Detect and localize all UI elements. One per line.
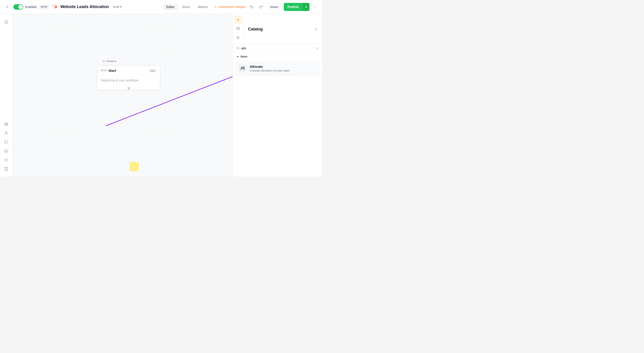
back-button[interactable]	[4, 3, 11, 11]
sidebar-top	[2, 18, 10, 26]
node-header: HTTP Start start	[98, 66, 160, 75]
sidebar-bottom	[2, 120, 10, 173]
topbar: Enabled HTTP Website Leads Allocation Dr…	[0, 0, 322, 14]
sidebar-item-home[interactable]	[2, 18, 10, 26]
draft-dropdown[interactable]: Draft ▾	[112, 4, 123, 10]
realtime-badge: Realtime	[99, 59, 120, 64]
topbar-actions: Share Publish ···	[248, 3, 318, 11]
svg-point-5	[7, 167, 8, 168]
node-http-badge: HTTP	[101, 69, 107, 72]
search-clear-button[interactable]: ×	[316, 46, 318, 50]
realtime-label: Realtime	[106, 60, 117, 63]
svg-point-7	[7, 170, 8, 170]
catalog-section-sales[interactable]: Sales	[233, 53, 322, 60]
svg-point-4	[5, 167, 6, 168]
tab-editor[interactable]: Editor	[163, 4, 178, 10]
sidebar-item-contacts[interactable]	[2, 129, 10, 137]
catalog-search-input[interactable]	[241, 47, 314, 50]
allocate-name: Allocate	[250, 65, 290, 69]
svg-rect-2	[5, 150, 8, 152]
catalog-title: Catalog	[248, 27, 263, 32]
catalog-layers-button[interactable]	[234, 25, 242, 33]
sidebar-item-workflows[interactable]	[2, 165, 10, 173]
allocate-description: Choose members of your team	[250, 69, 290, 72]
svg-point-6	[5, 170, 6, 170]
publish-button[interactable]: Publish	[284, 3, 310, 11]
node-tag: start	[148, 69, 157, 73]
sidebar-item-chat[interactable]	[2, 138, 10, 146]
main-layout: Realtime HTTP Start start Beginning of y…	[0, 14, 322, 177]
node-connector[interactable]	[128, 87, 130, 90]
warning-icon: ⚠	[214, 5, 217, 9]
enable-toggle[interactable]	[14, 4, 23, 10]
bottom-yellow-indicator	[130, 162, 139, 171]
catalog-item-allocate[interactable]: Allocate Choose members of your team	[234, 61, 320, 76]
toggle-label: Enabled	[25, 5, 36, 9]
publish-main[interactable]: Publish	[284, 3, 302, 11]
nav-tabs: Editor Runs Metrics	[163, 4, 212, 10]
more-options-button[interactable]: ···	[311, 3, 318, 11]
catalog-play-button[interactable]	[234, 34, 242, 42]
catalog-search-bar: ×	[233, 44, 322, 53]
chevron-down-icon: ▾	[120, 5, 122, 9]
svg-point-15	[243, 67, 244, 68]
workflow-title: Website Leads Allocation	[60, 5, 109, 9]
publish-arrow-icon[interactable]	[302, 3, 310, 11]
hubspot-icon	[52, 4, 58, 10]
svg-point-3	[6, 160, 7, 161]
redo-button[interactable]	[257, 3, 264, 11]
workflow-node-container: Realtime HTTP Start start Beginning of y…	[98, 59, 160, 90]
sidebar-item-settings[interactable]	[2, 156, 10, 164]
allocate-icon	[238, 64, 247, 73]
catalog-add-button[interactable]: +	[234, 16, 242, 24]
tab-metrics[interactable]: Metrics	[194, 4, 212, 10]
svg-point-1	[5, 132, 7, 133]
enable-toggle-container: Enabled	[14, 4, 36, 10]
catalog-section-label: Sales	[240, 55, 247, 58]
annotation-arrow	[12, 14, 232, 177]
search-icon	[236, 47, 240, 50]
tab-runs[interactable]: Runs	[179, 4, 194, 10]
svg-point-14	[241, 67, 242, 68]
catalog-header: Catalog ×	[244, 23, 322, 34]
share-button[interactable]: Share	[266, 4, 282, 10]
catalog-panel: + Catalog ×	[232, 14, 322, 177]
sidebar-item-database[interactable]	[2, 120, 10, 128]
catalog-close-button[interactable]: ×	[315, 27, 318, 31]
sidebar-item-inbox[interactable]	[2, 147, 10, 155]
start-node[interactable]: HTTP Start start Beginning of your workf…	[98, 66, 160, 90]
svg-marker-11	[237, 36, 240, 39]
undeployed-badge: ⚠ Undeployed changes	[214, 5, 246, 9]
node-body: Beginning of your workflow	[98, 75, 160, 85]
svg-point-0	[5, 123, 8, 124]
canvas[interactable]: Realtime HTTP Start start Beginning of y…	[12, 14, 232, 177]
svg-marker-13	[237, 56, 238, 57]
http-badge: HTTP	[39, 5, 49, 9]
left-sidebar	[0, 14, 12, 177]
undo-button[interactable]	[248, 3, 255, 11]
node-title: Start	[108, 69, 116, 73]
